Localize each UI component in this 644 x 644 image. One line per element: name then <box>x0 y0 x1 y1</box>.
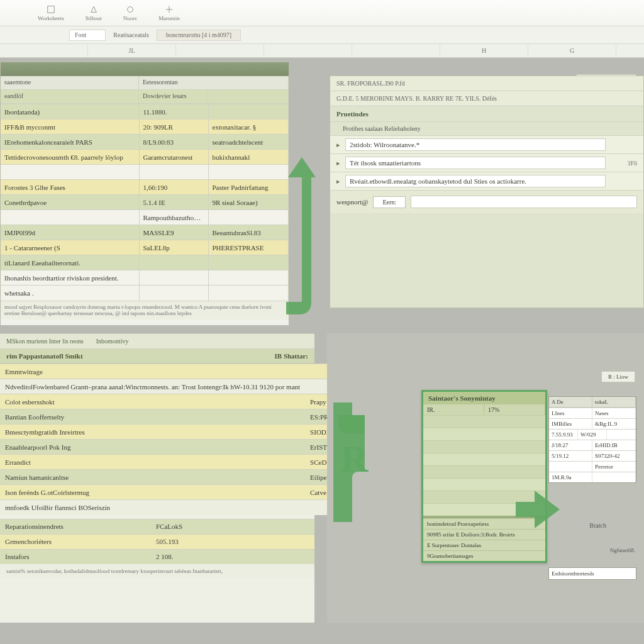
summary-foot-4: 9Gramoberitanssges <box>423 550 545 561</box>
cell[interactable]: 1 - Catararneener (S <box>1 240 139 255</box>
col-b[interactable]: JL <box>88 44 176 57</box>
ribbon-item-2[interactable]: Stlhout <box>86 5 102 21</box>
cell[interactable] <box>220 549 314 564</box>
cell[interactable]: seatroadchtelscent <box>208 135 289 150</box>
cell[interactable] <box>607 430 636 440</box>
cell[interactable]: BeeantubrasSl.83 <box>208 225 289 240</box>
tab-1[interactable]: MSkon murienn Inter lis reons <box>6 338 84 345</box>
cell[interactable] <box>139 286 208 301</box>
ribbon-item-4[interactable]: Marumin <box>158 5 180 21</box>
cell[interactable]: IMJP0l99d <box>1 225 139 240</box>
annotation-arrow-1 <box>283 145 327 321</box>
cell[interactable]: &Bg:IL.9 <box>592 419 636 429</box>
cell[interactable]: Grmenchoriéters <box>0 534 151 549</box>
cell[interactable]: Colot esbersshokt <box>0 394 305 409</box>
cell[interactable] <box>220 519 314 534</box>
form-field[interactable]: Rvéait.etbowdl.enealatg oobanskaytetod d… <box>345 175 606 187</box>
cell[interactable]: 7.55.9.93 <box>549 430 578 440</box>
cell[interactable] <box>208 104 289 119</box>
cell[interactable] <box>208 286 289 301</box>
cell[interactable] <box>139 165 208 180</box>
cell[interactable]: 5.1.4 IE <box>139 195 208 210</box>
cell[interactable] <box>208 210 289 225</box>
cell[interactable]: Conethrdpavoe <box>1 195 139 210</box>
cell[interactable]: Ihonashis beordtartior riviskon presiden… <box>1 270 139 286</box>
form-field[interactable]: Tét ilsosk smaatieriartons <box>345 157 606 169</box>
ledger-table-1: Ibordatanda)11.1880.IFF&B mycconmt20: 90… <box>1 104 289 301</box>
form-value: 3F6 <box>606 160 637 167</box>
cell[interactable]: 5/19.12 <box>549 451 592 461</box>
cell[interactable]: Instafors <box>0 549 151 564</box>
cell[interactable]: IErehomenkaloncearaielt PARS <box>1 135 139 150</box>
cell[interactable]: PHERESTPRASE <box>208 240 289 255</box>
cell[interactable]: 1,66:190 <box>139 180 208 195</box>
cell[interactable]: Namiun hamanicanltse <box>0 470 305 485</box>
cell[interactable]: Rampouthbazuthodendon <box>139 210 208 225</box>
cell[interactable]: W/029 <box>578 430 607 440</box>
cell[interactable]: 9R sieal Soraae) <box>208 195 289 210</box>
cell[interactable]: Perretor <box>592 462 636 472</box>
cell[interactable]: Forostes 3 Glhe Fases <box>1 180 139 195</box>
cell[interactable]: Bmesctymbgratidh Inreirtres <box>0 425 305 440</box>
col-e[interactable] <box>352 44 440 57</box>
cell[interactable]: Ibordatanda) <box>1 104 139 119</box>
side-input[interactable]: Esthitornthtretesds <box>548 567 636 580</box>
cell[interactable]: LInes <box>549 408 592 418</box>
cell[interactable]: Paster Padnirfattang <box>208 180 289 195</box>
cell[interactable]: 20: 909LR <box>139 119 208 135</box>
cell[interactable]: whetsaka . <box>1 286 139 301</box>
cell[interactable]: ErHID.IB <box>592 440 636 450</box>
cell[interactable]: J/18:27 <box>549 440 592 450</box>
cell[interactable]: Reparationsinendrets <box>0 519 151 534</box>
col-d[interactable] <box>264 44 352 57</box>
summary-col-1: IR. <box>423 404 484 415</box>
cell[interactable]: Bantian Eooffertselty <box>0 409 305 425</box>
cell[interactable]: bukixhannakl <box>208 150 289 165</box>
cell[interactable] <box>220 534 314 549</box>
cell[interactable]: S97320-42 <box>592 451 636 461</box>
cell[interactable]: SaLEL8p <box>139 240 208 255</box>
cell[interactable]: tiLlanard Eaeabailterornati. <box>1 255 139 270</box>
cell[interactable] <box>139 270 208 286</box>
cell[interactable]: MASSLE9 <box>139 225 208 240</box>
cell[interactable]: Ison ferénds G.otCoirlstermug <box>0 485 305 500</box>
cell[interactable] <box>1 210 139 225</box>
cell[interactable]: 2 108. <box>151 549 220 564</box>
formula-field[interactable]: boncmrurottu [4 i m4097] <box>157 30 241 41</box>
cell[interactable]: NdveditolFowlenbared Grantt–prana aanal:… <box>0 379 305 394</box>
cell[interactable]: Garamcrutaronest <box>139 150 208 165</box>
font-dropdown[interactable]: Font <box>69 30 106 41</box>
cell[interactable]: IFF&B mycconmt <box>1 119 139 135</box>
form-field[interactable]: 2stidob: Wilroonatanve.* <box>345 138 606 151</box>
cell[interactable]: Nases <box>592 408 636 418</box>
col-c[interactable] <box>176 44 264 57</box>
col-a[interactable] <box>0 44 88 57</box>
tab-2[interactable]: Inbomontivy <box>96 338 129 345</box>
cell[interactable] <box>208 165 289 180</box>
cell[interactable] <box>549 462 592 472</box>
cell[interactable]: 11.1880. <box>139 104 208 119</box>
form-footer-input[interactable] <box>411 196 637 208</box>
col-f[interactable]: H <box>440 44 528 57</box>
cell[interactable]: Emmtwitrage <box>0 364 305 379</box>
cell[interactable]: 1M.R.9a <box>549 472 592 482</box>
cell[interactable]: Enaablearpoorl Pok Ing <box>0 440 305 455</box>
cell[interactable]: FCaLokS <box>151 519 220 534</box>
cell[interactable]: 505.193 <box>151 534 220 549</box>
cell[interactable] <box>1 165 139 180</box>
ribbon-item-1[interactable]: Worksheets <box>38 5 64 21</box>
cell[interactable]: IMBilles <box>549 419 592 429</box>
ribbon-item-3[interactable]: Noorc <box>123 5 138 21</box>
form-submit-button[interactable]: Eern: <box>373 196 406 208</box>
col-g[interactable]: G <box>528 44 616 57</box>
cell[interactable]: Errandict <box>0 455 305 470</box>
cell[interactable]: Tettidecrovonesousmth €8. paarrely löylo… <box>1 150 139 165</box>
table-row: J/18:27ErHID.IB <box>549 440 636 450</box>
cell[interactable] <box>208 270 289 286</box>
cell[interactable] <box>208 255 289 270</box>
cell[interactable] <box>592 472 636 482</box>
cell[interactable] <box>139 255 208 270</box>
cell[interactable]: 8/L9.00:83 <box>139 135 208 150</box>
cell[interactable]: mnfoedk UfoiBir flannsci BOSeriszin <box>0 500 305 515</box>
cell[interactable]: extonaxitacar. § <box>208 119 289 135</box>
